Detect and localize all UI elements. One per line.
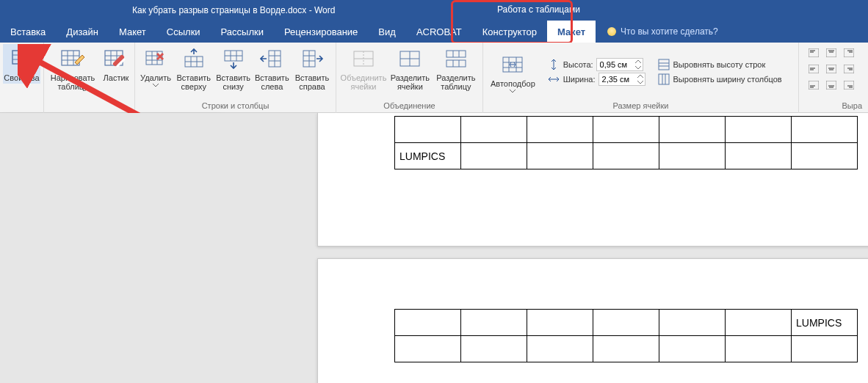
- tab-review[interactable]: Рецензирование: [274, 21, 368, 43]
- title-sep: -: [309, 5, 314, 15]
- draw-table-button[interactable]: Нарисовать таблицу: [47, 44, 98, 92]
- title-bar: Как убрать разрыв страницы в Ворде.docx …: [0, 0, 868, 21]
- width-label: Ширина:: [563, 75, 596, 84]
- insert-below-label: Вставить снизу: [216, 73, 250, 91]
- tab-mailings[interactable]: Рассылки: [211, 21, 274, 43]
- svg-rect-63: [826, 48, 836, 57]
- alignment-grid[interactable]: [805, 45, 858, 60]
- table-properties-button[interactable]: Свойства: [3, 44, 40, 84]
- svg-rect-54: [659, 59, 669, 70]
- tell-me-search[interactable]: Что вы хотите сделать?: [607, 26, 718, 37]
- merge-cells-label: Объединить ячейки: [341, 73, 387, 91]
- contextual-tab-group: Работа с таблицами: [452, 0, 626, 18]
- properties-label: Свойства: [4, 73, 39, 82]
- cell-size-group-label: Размер ячейки: [486, 100, 795, 113]
- eraser-icon: [103, 45, 129, 72]
- svg-rect-44: [446, 60, 466, 67]
- document-title: Как убрать разрыв страницы в Ворде.docx …: [0, 5, 335, 15]
- distribute-rows-label: Выровнять высоту строк: [673, 60, 766, 69]
- distribute-cols-icon: [657, 73, 670, 86]
- split-table-icon: [443, 45, 469, 72]
- tab-design[interactable]: Дизайн: [56, 21, 109, 43]
- merge-cells-button: Объединить ячейки: [339, 44, 388, 92]
- split-table-button[interactable]: Разделить таблицу: [433, 44, 480, 92]
- tab-references[interactable]: Ссылки: [156, 21, 211, 43]
- align-bot-center[interactable]: [822, 78, 840, 92]
- svg-rect-78: [809, 81, 819, 90]
- insert-above-button[interactable]: Вставить сверху: [173, 44, 214, 92]
- draw-table-label: Нарисовать таблицу: [51, 73, 95, 91]
- split-cells-button[interactable]: Разделить ячейки: [388, 44, 433, 92]
- alignment-group-label: Выра: [802, 100, 862, 113]
- tab-table-design[interactable]: Конструктор: [472, 21, 547, 43]
- svg-rect-60: [809, 48, 819, 57]
- svg-rect-43: [446, 51, 466, 57]
- split-cells-label: Разделить ячейки: [391, 73, 430, 91]
- table-row[interactable]: [395, 336, 858, 362]
- eraser-button[interactable]: Ластик: [98, 44, 134, 84]
- draw-table-icon: [59, 45, 86, 72]
- table-cell-lumpics[interactable]: LUMPICS: [792, 310, 858, 336]
- eraser-label: Ластик: [104, 73, 129, 82]
- insert-left-label: Вставить слева: [255, 73, 289, 91]
- row-height-control[interactable]: Высота:: [547, 58, 645, 71]
- page-1[interactable]: LUMPICS: [317, 113, 868, 247]
- column-width-control[interactable]: Ширина:: [547, 73, 645, 86]
- autofit-icon: [499, 51, 526, 78]
- align-bot-left[interactable]: [805, 78, 822, 92]
- table-row[interactable]: LUMPICS: [395, 143, 858, 169]
- svg-rect-75: [844, 65, 854, 73]
- delete-icon: [142, 45, 169, 72]
- height-icon: [547, 58, 560, 71]
- ribbon: Свойства Нарисовать таблицу Ластик: [0, 43, 868, 113]
- insert-right-button[interactable]: Вставить справа: [292, 44, 333, 92]
- page-2[interactable]: LUMPICS: [317, 258, 868, 383]
- insert-below-icon: [220, 45, 247, 72]
- ribbon-tabbar: Вставка Дизайн Макет Ссылки Рассылки Рец…: [0, 21, 868, 43]
- delete-label: Удалить: [140, 73, 171, 82]
- merge-group-label: Объединение: [339, 100, 480, 113]
- app-name: Word: [314, 5, 335, 15]
- table-cell-lumpics[interactable]: LUMPICS: [395, 143, 461, 169]
- svg-rect-69: [809, 65, 819, 73]
- align-top-center[interactable]: [822, 45, 840, 60]
- tab-table-layout[interactable]: Макет: [547, 21, 596, 43]
- autofit-label: Автоподбор: [491, 79, 535, 88]
- tab-insert[interactable]: Вставка: [0, 21, 56, 43]
- align-top-left[interactable]: [805, 45, 822, 60]
- svg-rect-84: [844, 81, 854, 90]
- tab-layout[interactable]: Макет: [109, 21, 156, 43]
- insert-above-label: Вставить сверху: [176, 73, 211, 91]
- distribute-rows-button[interactable]: Выровнять высоту строк: [657, 58, 782, 71]
- distribute-rows-icon: [657, 58, 670, 71]
- insert-left-button[interactable]: Вставить слева: [253, 44, 292, 92]
- chevron-down-icon: [153, 84, 159, 87]
- table-1[interactable]: LUMPICS: [394, 116, 858, 169]
- width-icon: [547, 73, 560, 86]
- table-row[interactable]: LUMPICS: [395, 310, 858, 336]
- autofit-button[interactable]: Автоподбор: [486, 50, 540, 95]
- rows-cols-group-label: Строки и столбцы: [138, 100, 333, 113]
- distribute-cols-button[interactable]: Выровнять ширину столбцов: [657, 73, 782, 86]
- height-label: Высота:: [563, 60, 593, 69]
- svg-rect-72: [826, 65, 836, 73]
- document-area[interactable]: LUMPICS LUMPICS: [0, 113, 868, 383]
- delete-button[interactable]: Удалить: [138, 44, 173, 89]
- insert-left-icon: [258, 45, 285, 72]
- insert-below-button[interactable]: Вставить снизу: [214, 44, 252, 92]
- properties-icon: [9, 45, 35, 72]
- tab-view[interactable]: Вид: [368, 21, 406, 43]
- svg-rect-66: [844, 48, 854, 57]
- align-bot-right[interactable]: [840, 78, 858, 92]
- split-table-label: Разделить таблицу: [436, 73, 475, 91]
- align-mid-right[interactable]: [840, 62, 858, 76]
- lightbulb-icon: [607, 27, 616, 36]
- tab-acrobat[interactable]: ACROBAT: [406, 21, 472, 43]
- table-row[interactable]: [395, 117, 858, 143]
- table-2[interactable]: LUMPICS: [394, 309, 858, 362]
- insert-right-icon: [299, 45, 325, 72]
- distribute-cols-label: Выровнять ширину столбцов: [673, 75, 782, 84]
- align-mid-center[interactable]: [822, 62, 840, 76]
- align-top-right[interactable]: [840, 45, 858, 60]
- align-mid-left[interactable]: [805, 62, 822, 76]
